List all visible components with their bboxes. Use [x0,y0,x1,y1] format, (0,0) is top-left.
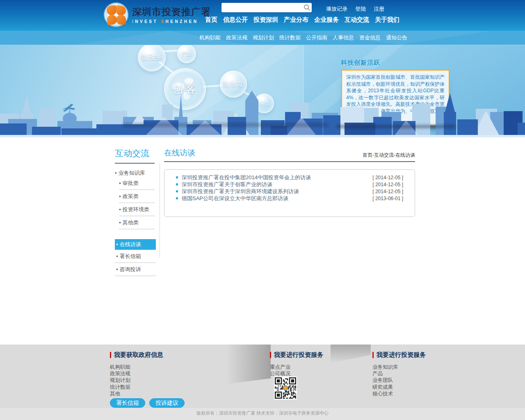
logo-emblem-icon [104,3,128,27]
bullet-icon [176,176,178,178]
content-header: 在线访谈 首页-互动交流-在线访谈 [164,148,415,162]
footer-link-key-industries[interactable]: 重点产业 [270,364,323,370]
top-link-register[interactable]: 注册 [374,5,384,13]
sidebar-item-knowledge-base[interactable]: 业务知识库 [115,169,156,177]
sidebar-item-director-mailbox[interactable]: 署长信箱 [115,250,156,263]
footer-col-header: 我要获取政府信息 [110,351,163,359]
top-link-login[interactable]: 登陆 [355,5,366,13]
copyright-bar: 版权所有：深圳市投资推广署 技术支持：深圳市电子政务资源中心 [0,408,525,420]
sidebar: 互动交流 业务知识库 审批类 政策类 投资环境类 其他类 在线访谈 署长信箱 咨… [115,148,156,276]
footer-link-knowledge-base[interactable]: 业务知识库 [372,364,426,370]
logo-petal [107,5,116,15]
site-header: 深圳市投资推广署 INVEST SHENZHEN 播放记录 登陆 注册 首页 信… [0,0,525,31]
bubble-industry[interactable]: 产业 [177,45,196,63]
nav-item-home[interactable]: 首页 [205,16,217,24]
page-title: 在线访谈 [164,148,195,158]
sidebar-item-consult-complaint[interactable]: 咨询投诉 [115,263,156,276]
subnav-item-planning[interactable]: 规划计划 [253,34,274,41]
logo-petal [116,15,126,25]
nav-item-invest-shenzhen[interactable]: 投资深圳 [253,16,278,24]
wechat-qr-code [274,377,297,399]
interview-list-item[interactable]: 德国SAP公司在深设立大中华区南方总部访谈 [ 2013-06-01 ] [164,195,415,202]
footer-fold-shadow [331,345,371,363]
director-mailbox-button[interactable]: 署长信箱 [110,398,145,408]
footer-link-research-results[interactable]: 研究成果 [372,384,426,390]
interview-list-item[interactable]: 深圳市投资推广署关于深圳营商环境建设系列访谈 [ 2014-12-05 ] [164,188,415,195]
sidebar-item-investment-env[interactable]: 投资环境类 [119,203,155,216]
footer-col-invest-services: 我要进行投资服务 重点产业 公司概况 [270,351,323,377]
site-title: 深圳市投资推广署 [132,6,211,18]
subnav-item-policies-regulations[interactable]: 政策法规 [226,34,247,41]
subnav-item-funding-info[interactable]: 资金信息 [359,34,381,41]
sidebar-item-other[interactable]: 其他类 [119,216,155,229]
footer-link-business-team[interactable]: 业务团队 [372,377,426,383]
red-bar-icon [372,352,374,358]
top-link-play-history[interactable]: 播放记录 [326,5,347,13]
footer-link-company-profile[interactable]: 公司概况 [270,370,323,377]
footer-link-core-technology[interactable]: 核心技术 [372,390,426,397]
nav-item-enterprise-services[interactable]: 企业服务 [314,16,339,24]
item-title[interactable]: 德国SAP公司在深设立大中华区南方总部访谈 [182,195,372,202]
subnav-item-disclosure-guide[interactable]: 公开指南 [306,34,327,41]
red-bar-icon [110,352,111,358]
banner-info-title: 科技创新活跃 [341,59,380,67]
item-date: [ 2014-12-05 ] [372,182,403,187]
search-icon[interactable] [302,3,312,12]
item-title[interactable]: 深圳投资推广署在投中集团2014中国投资年会上的访谈 [182,174,372,181]
footer-col-header-label: 我要进行投资服务 [274,351,323,359]
sidebar-item-approval[interactable]: 审批类 [119,177,155,190]
logo-petal [107,14,117,25]
sidebar-item-online-interview[interactable]: 在线访谈 [115,239,156,250]
content-panel: 在线访谈 首页-互动交流-在线访谈 深圳投资推广署在投中集团2014中国投资年会… [164,148,415,217]
search-box [221,3,312,12]
bullet-icon [176,197,178,199]
subnav-item-hr-info[interactable]: 人事信息 [333,34,354,41]
hero-banner: 微政务 产业 创客 微教育 科技 科技创新活跃 深圳作为国家首批创新城市、首批国… [0,45,525,137]
footer-col-header: 我要进行投资服务 [372,351,426,359]
subnav-item-org-functions[interactable]: 机构职能 [199,34,221,41]
site-subtitle: INVEST SHENZHEN [132,19,211,24]
footer-link-statistics[interactable]: 统计数据 [110,384,163,390]
nav-item-industry-distribution[interactable]: 产业分布 [284,16,308,24]
nav-item-info-disclosure[interactable]: 信息公开 [223,16,248,24]
item-date: [ 2014-12-05 ] [372,175,403,180]
footer: 我要获取政府信息 机构职能 政策法规 规划计划 统计数据 其他 我要进行投资服务… [0,345,525,408]
nav-item-about-us[interactable]: 关于我们 [375,16,399,24]
site-logo[interactable]: 深圳市投资推广署 INVEST SHENZHEN [104,3,211,27]
bullet-icon [176,190,178,192]
footer-buttons: 署长信箱 投诉建议 [110,398,185,408]
main-content: 互动交流 业务知识库 审批类 政策类 投资环境类 其他类 在线访谈 署长信箱 咨… [0,137,525,345]
nav-item-interaction[interactable]: 互动交流 [345,16,369,24]
footer-fold-shadow [226,345,271,384]
item-date: [ 2014-12-05 ] [372,189,403,194]
interview-list-item[interactable]: 深圳投资推广署在投中集团2014中国投资年会上的访谈 [ 2014-12-05 … [164,174,415,181]
breadcrumb[interactable]: 首页-互动交流-在线访谈 [363,152,415,159]
item-date: [ 2013-06-01 ] [372,196,403,201]
subnav-item-statistics[interactable]: 统计数据 [279,34,301,41]
item-title[interactable]: 深圳市投资推广署关于深圳营商环境建设系列访谈 [182,188,372,195]
bubble-micro-gov[interactable]: 微政务 [138,45,166,71]
footer-link-org-functions[interactable]: 机构职能 [110,364,163,370]
sidebar-item-policy[interactable]: 政策类 [119,190,155,203]
footer-links: 机构职能 政策法规 规划计划 统计数据 其他 [110,364,163,397]
footer-links: 重点产业 公司概况 [270,364,323,377]
sidebar-content-divider [160,163,160,257]
top-links: 播放记录 登陆 注册 [326,5,384,13]
page: 深圳市投资推广署 INVEST SHENZHEN 播放记录 登陆 注册 首页 信… [0,0,525,420]
footer-link-products[interactable]: 产品 [372,370,426,377]
complaint-suggestion-button[interactable]: 投诉建议 [149,398,185,408]
city-skyline-illustration [0,88,525,137]
subnav-item-notices[interactable]: 通知公告 [386,34,407,41]
sidebar-title: 互动交流 [115,148,155,164]
footer-link-planning[interactable]: 规划计划 [110,377,163,383]
footer-link-policies[interactable]: 政策法规 [110,370,163,377]
item-title[interactable]: 深圳市投资推广署关于创客产业的访谈 [182,181,372,188]
interview-list-item[interactable]: 深圳市投资推广署关于创客产业的访谈 [ 2014-12-05 ] [164,181,415,188]
footer-col-invest-services-2: 我要进行投资服务 业务知识库 产品 业务团队 研究成果 核心技术 [372,351,426,397]
sub-nav: 机构职能 政策法规 规划计划 统计数据 公开指南 人事信息 资金信息 通知公告 [0,31,525,45]
footer-col-header-label: 我要进行投资服务 [377,351,426,359]
footer-links: 业务知识库 产品 业务团队 研究成果 核心技术 [372,364,426,397]
footer-link-other[interactable]: 其他 [110,390,163,397]
search-input[interactable] [221,4,302,11]
footer-col-header-label: 我要获取政府信息 [114,351,163,359]
